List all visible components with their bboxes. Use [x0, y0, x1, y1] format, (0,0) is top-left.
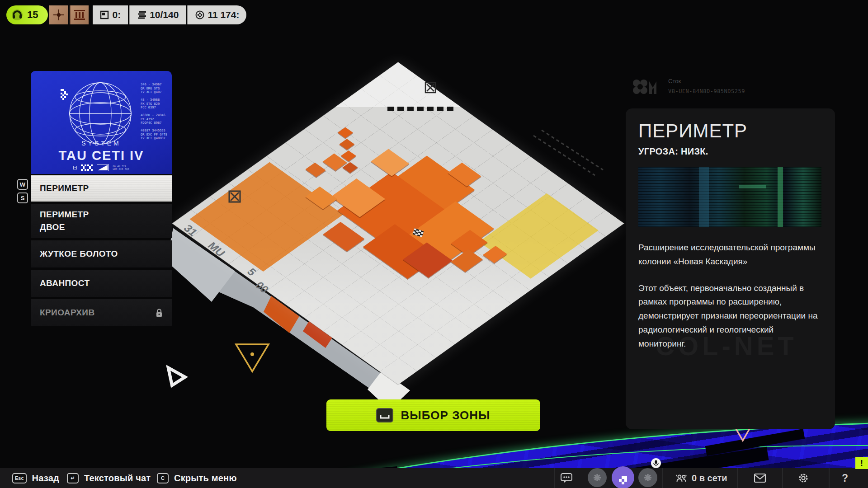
pillar-icon: [74, 10, 85, 20]
zone-thumbnail: [638, 167, 821, 227]
hud-stat-frame: 0:: [93, 5, 128, 24]
pixel-x-icon: [81, 164, 93, 171]
panel-description-1: Расширение исследовательской программы к…: [638, 241, 820, 269]
hud-stat-progress-value: 10/140: [150, 9, 179, 20]
flag-icon: [97, 164, 108, 171]
divider: [829, 468, 830, 488]
zone-triangle-marker[interactable]: [234, 343, 270, 374]
colony-logo-icon: [632, 76, 662, 98]
zone-item-outpost[interactable]: АВАНПОСТ: [31, 270, 172, 297]
station-id-code: V8-UEN-84N8D-985NDS259: [668, 88, 745, 94]
system-footer-code: 86 4M 5I2 LU3 8I6 5Q3: [113, 165, 129, 170]
text-chat-button[interactable]: ↵ Текстовый чат: [67, 473, 151, 483]
bottom-bar: Esc Назад ↵ Текстовый чат C Скрыть меню …: [0, 468, 868, 488]
mail-icon[interactable]: [754, 474, 766, 483]
colnet-watermark: COL-NET: [656, 331, 797, 361]
map-x-marker: [424, 81, 437, 94]
hud-tile-crosshair: [49, 5, 68, 24]
zone-item-creepy-swamp[interactable]: ЖУТКОЕ БОЛОТО: [31, 240, 172, 267]
lock-icon: [156, 309, 163, 317]
zone-item-label: ЖУТКОЕ БОЛОТО: [40, 249, 118, 259]
divider: [554, 468, 555, 488]
hud-players-count: 15: [27, 9, 38, 21]
enter-key-icon: ↵: [67, 473, 79, 483]
map-building-block: [338, 127, 353, 138]
zone-info-panel: ПЕРИМЕТР УГРОЗА: НИЗК. Расширение исслед…: [626, 108, 835, 429]
layers-icon: [137, 11, 146, 19]
people-icon: [675, 473, 687, 483]
frame-icon: [100, 10, 109, 19]
hide-menu-button[interactable]: C Скрыть меню: [157, 473, 237, 483]
system-data-readout: 346 - 34967 QR ERG STG TV XEI @407 48 - …: [141, 83, 167, 141]
divider: [782, 468, 783, 488]
map-building-block: [305, 163, 326, 177]
hud-stat-frame-value: 0:: [112, 9, 121, 20]
hud-tile-pillar: [70, 5, 89, 24]
thumbnail-glitch: [739, 185, 766, 188]
back-label: Назад: [32, 473, 59, 483]
divider: [737, 468, 738, 488]
hud-players-badge: 15: [6, 5, 48, 24]
key-hint-up: W: [17, 179, 28, 190]
zone-item-perimeter[interactable]: ПЕРИМЕТР: [31, 175, 172, 202]
credits-icon: [195, 10, 204, 19]
voice-chat-icon[interactable]: [561, 473, 572, 483]
top-hud: 15 0: 10/140: [6, 5, 246, 24]
zone-item-perimeter-two[interactable]: ПЕРИМЕТР ДВОЕ: [31, 204, 172, 238]
system-glyph-row: 86 4M 5I2 LU3 8I6 5Q3: [31, 164, 172, 171]
map-building-block: [339, 139, 354, 150]
panel-threat-level: УГРОЗА: НИЗК.: [638, 146, 822, 157]
zone-item-cryoarchive[interactable]: КРИОАРХИВ: [31, 299, 172, 326]
avatar-pixel-glyph: [622, 476, 624, 479]
thumbnail-glitch: [699, 167, 709, 227]
divider: [662, 468, 663, 488]
help-icon[interactable]: ?: [842, 472, 848, 484]
headset-icon: [11, 9, 24, 21]
text-chat-label: Текстовый чат: [84, 473, 151, 483]
hud-stat-credits: 11 174:: [187, 5, 246, 24]
map-runway-dashes: [387, 107, 456, 111]
c-key-icon: C: [157, 473, 169, 483]
station-id-label: Сток: [668, 78, 745, 84]
system-label: SYSTEM: [31, 140, 172, 147]
zone-select-label: ВЫБОР ЗОНЫ: [401, 408, 490, 422]
microphone-badge[interactable]: [651, 458, 661, 468]
space-key-icon: [376, 408, 393, 422]
zone-select-button[interactable]: ВЫБОР ЗОНЫ: [326, 399, 540, 431]
system-name: TAU CETI IV: [33, 148, 170, 163]
online-count-label: 0 в сети: [692, 473, 727, 483]
avatar-slot-left[interactable]: [588, 468, 607, 487]
back-button[interactable]: Esc Назад: [12, 473, 59, 483]
map-building-block: [323, 222, 364, 252]
thumbnail-glitch: [778, 167, 783, 227]
station-id-block: Сток V8-UEN-84N8D-985NDS259: [632, 76, 745, 98]
online-status: 0 в сети: [675, 468, 727, 488]
zone-item-label: АВАНПОСТ: [40, 278, 90, 288]
hud-stat-progress: 10/140: [129, 5, 186, 24]
zone-item-label: ПЕРИМЕТР ДВОЕ: [40, 208, 89, 233]
zone-item-label: КРИОАРХИВ: [40, 308, 95, 318]
hide-menu-label: Скрыть меню: [174, 473, 237, 483]
player-avatar[interactable]: [612, 466, 634, 488]
dot-square-icon: [73, 166, 77, 169]
key-hint-down: S: [17, 192, 28, 203]
avatar-slot-right[interactable]: [638, 468, 657, 487]
panel-title: ПЕРИМЕТР: [638, 120, 822, 142]
alert-badge[interactable]: !: [855, 457, 868, 469]
crosshair-icon: [53, 9, 65, 21]
settings-gear-icon[interactable]: [797, 472, 809, 484]
globe-wireframe-icon: [60, 79, 141, 147]
mic-icon: [653, 460, 659, 466]
esc-key-icon: Esc: [12, 473, 27, 483]
pixel-glyph: [61, 89, 62, 91]
hud-stat-credits-value: 11 174:: [208, 9, 239, 20]
map-x-marker: [228, 190, 241, 203]
mouse-cursor: [166, 363, 190, 389]
zone-item-label: ПЕРИМЕТР: [40, 183, 89, 193]
system-card: 346 - 34967 QR ERG STG TV XEI @407 48 - …: [31, 71, 172, 174]
